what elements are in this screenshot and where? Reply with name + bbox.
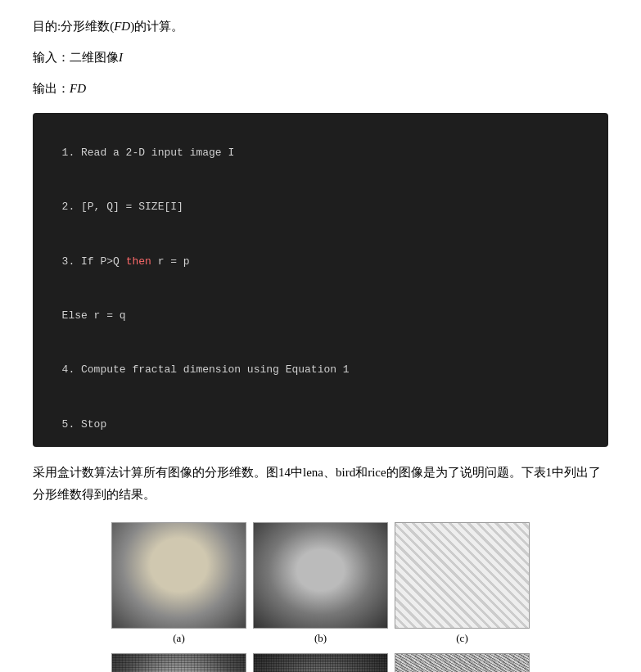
input-text: 二维图像 <box>70 51 119 64</box>
code-keyword-then: then <box>126 255 151 268</box>
figure-cell-b: (b) <box>253 522 388 645</box>
figure-label-a: (a) <box>173 632 184 645</box>
image-bird-noisy <box>253 653 388 672</box>
description-text: 采用盒计数算法计算所有图像的分形维数。图14中lena、bird和rice的图像… <box>33 462 608 506</box>
purpose-text: 分形维数( <box>61 20 114 33</box>
code-line-2: 2. [P, Q] = SIZE[I] <box>62 201 183 213</box>
code-block: 1. Read a 2-D input image I 2. [P, Q] = … <box>33 113 608 447</box>
figure-cell-d: (d) <box>111 653 246 672</box>
input-line: 输入：二维图像I <box>33 47 608 67</box>
purpose-label: 目的: <box>33 20 61 33</box>
figure-bottom-grid: (d) (e) (f) <box>111 653 530 672</box>
figure-label-b: (b) <box>314 632 327 645</box>
image-lena <box>111 522 246 629</box>
image-lena-noisy <box>111 653 246 672</box>
input-var: I <box>119 51 123 64</box>
figure-cell-f: (f) <box>395 653 530 672</box>
purpose-line: 目的:分形维数(FD)的计算。 <box>33 16 608 36</box>
output-line: 输出：FD <box>33 79 608 98</box>
figure-cell-a: (a) <box>111 522 246 645</box>
figure-cell-e: (e) <box>253 653 388 672</box>
figure-cell-c: (c) <box>395 522 530 645</box>
figure-top-grid: (a) (b) (c) <box>111 522 530 645</box>
code-line-5: 4. Compute fractal dimension using Equat… <box>62 363 350 376</box>
code-line-3-post: r = p <box>151 255 190 268</box>
code-line-4: Else r = q <box>62 309 126 322</box>
figure-label-c: (c) <box>456 632 467 645</box>
image-rice-noisy <box>395 653 530 672</box>
code-line-3-pre: 3. If P>Q <box>62 255 126 268</box>
code-line-1: 1. Read a 2-D input image I <box>62 147 235 159</box>
purpose-fd: FD <box>114 20 130 33</box>
image-bird <box>253 522 388 629</box>
code-line-6: 5. Stop <box>62 418 107 431</box>
output-var: FD <box>70 82 86 95</box>
image-rice <box>395 522 530 629</box>
input-label: 输入： <box>33 51 70 64</box>
purpose-end: )的计算。 <box>130 20 183 33</box>
output-label: 输出： <box>33 82 70 95</box>
figure-container: (a) (b) (c) (d) (e) (f) 图14，原图：(a) Lena … <box>33 522 608 672</box>
